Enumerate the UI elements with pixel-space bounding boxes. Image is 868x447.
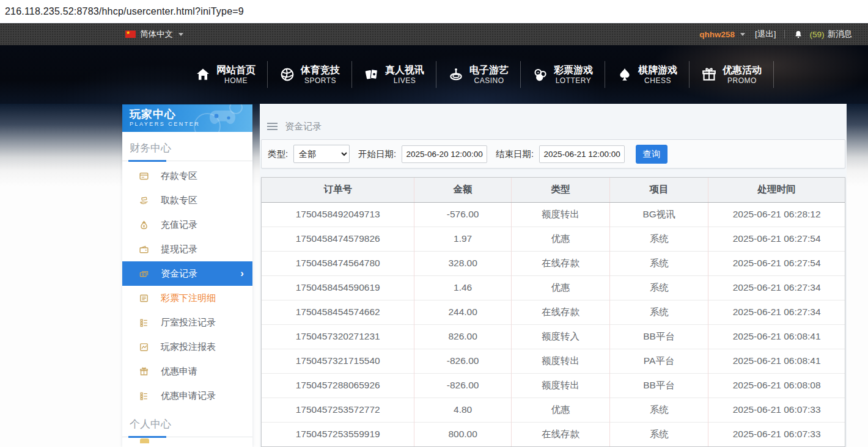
- cell-project: BG视讯: [610, 202, 708, 227]
- main-content: 资金记录 类型: 全部 开始日期: 结束日期: 查询 订单号金额类型项目处理时间…: [260, 99, 847, 447]
- cell-project: 系统: [610, 251, 708, 275]
- cell-type: 额度转出: [511, 349, 609, 373]
- partially-visible-item-icon: [140, 438, 149, 443]
- language-switcher[interactable]: ★ 简体中文: [125, 29, 183, 40]
- nav-item[interactable]: 网站首页 HOME: [183, 64, 267, 85]
- cell-type: 在线存款: [511, 422, 609, 446]
- cell-order-number: 1750458492049713: [262, 202, 414, 227]
- cell-type: 优惠: [511, 227, 609, 251]
- nav-label-en: CHESS: [638, 76, 677, 85]
- browser-url-bar: 216.118.235.52:8783/hhcp/usercenter.html…: [0, 0, 868, 23]
- cell-order-number: 1750457253559919: [262, 422, 414, 446]
- username-label[interactable]: qhhw258: [699, 30, 735, 39]
- cell-amount: 1.97: [414, 227, 511, 251]
- language-label: 简体中文: [140, 29, 173, 40]
- new-message-link[interactable]: 新消息: [828, 29, 853, 40]
- sidebar-item-label: 提现记录: [161, 244, 197, 255]
- sidebar-item[interactable]: 提现记录: [122, 237, 252, 261]
- nav-icon: [617, 67, 633, 82]
- cell-amount: 328.00: [414, 251, 511, 275]
- nav-label-en: PROMO: [723, 76, 762, 85]
- start-date-input[interactable]: [402, 145, 487, 163]
- section-rule: [122, 437, 252, 437]
- nav-label-zh: 棋牌游戏: [638, 64, 677, 76]
- chevron-down-icon[interactable]: [740, 33, 745, 36]
- nav-icon: [701, 67, 717, 82]
- funds-record-table: 订单号金额类型项目处理时间 1750458492049713 -576.00 额…: [261, 177, 845, 447]
- cell-order-number: 1750458474564780: [262, 251, 414, 275]
- sidebar-item-label: 厅室投注记录: [161, 317, 216, 329]
- cell-type: 额度转出: [511, 373, 609, 398]
- sidebar-item-icon: [139, 171, 149, 181]
- hamburger-icon[interactable]: [267, 126, 278, 127]
- nav-item[interactable]: 体育竞技 SPORTS: [268, 64, 351, 85]
- table-row: 1750458454590619 1.46 优惠 系统 2025-06-21 0…: [262, 275, 845, 300]
- sidebar-item-icon: [139, 269, 149, 279]
- cell-amount: -576.00: [414, 202, 511, 227]
- cell-order-number: 1750458474579826: [262, 227, 414, 251]
- cell-project: BB平台: [610, 324, 708, 349]
- type-select[interactable]: 全部: [293, 145, 350, 163]
- filter-panel: 类型: 全部 开始日期: 结束日期: 查询: [261, 139, 845, 169]
- sidebar-item-label: 优惠申请: [161, 366, 197, 377]
- page-url[interactable]: 216.118.235.52:8783/hhcp/usercenter.html…: [5, 6, 244, 17]
- sidebar-item[interactable]: 优惠申请: [122, 359, 252, 383]
- nav-item[interactable]: 真人视讯 LIVES: [352, 64, 436, 85]
- nav-item[interactable]: 优惠活动 PROMO: [690, 64, 773, 85]
- nav-label-en: SPORTS: [301, 76, 340, 85]
- sidebar-item-icon: [139, 220, 149, 230]
- nav-label-en: HOME: [216, 76, 256, 85]
- nav-label-zh: 网站首页: [216, 64, 256, 76]
- table-row: 1750457288065926 -826.00 额度转出 BB平台 2025-…: [262, 373, 845, 398]
- nav-item[interactable]: 棋牌游戏 CHESS: [605, 64, 689, 85]
- nav-icon: [364, 67, 380, 82]
- search-button[interactable]: 查询: [636, 145, 668, 164]
- table-header-row: 订单号金额类型项目处理时间: [262, 178, 845, 202]
- nav-label-zh: 彩票游戏: [554, 64, 593, 76]
- cell-project: BB平台: [610, 373, 708, 398]
- cell-amount: 826.00: [414, 324, 511, 349]
- nav-item[interactable]: 彩票游戏 LOTTERY: [521, 64, 605, 85]
- nav-item[interactable]: 电子游艺 CASINO: [436, 64, 520, 85]
- breadcrumb-label: 资金记录: [285, 121, 322, 133]
- logout-link[interactable]: [退出]: [755, 29, 776, 40]
- table-row: 1750457253572772 4.80 优惠 系统 2025-06-21 0…: [262, 398, 845, 422]
- sidebar-item[interactable]: 玩家投注报表: [122, 335, 252, 359]
- table-header-cell: 订单号: [262, 178, 414, 202]
- nav-separator: [773, 61, 774, 88]
- sidebar-item-icon: [139, 293, 149, 303]
- cell-amount: 800.00: [414, 422, 511, 446]
- sidebar-item-label: 优惠申请记录: [161, 390, 216, 402]
- sidebar-item[interactable]: 取款专区: [122, 188, 252, 213]
- sidebar-item-label: 彩票下注明细: [161, 293, 216, 304]
- cell-processed-time: 2025-06-21 06:08:41: [708, 349, 845, 373]
- cell-type: 优惠: [511, 275, 609, 300]
- divider: [784, 30, 785, 38]
- cell-amount: 1.46: [414, 275, 511, 300]
- section-title-personal: 个人中心: [130, 417, 245, 431]
- sidebar-item[interactable]: 优惠申请记录: [122, 383, 252, 408]
- sidebar-item[interactable]: 资金记录: [122, 261, 252, 286]
- end-date-input[interactable]: [539, 145, 625, 163]
- table-header-cell: 类型: [511, 178, 609, 202]
- cell-type: 额度转入: [511, 324, 609, 349]
- cell-type: 优惠: [511, 398, 609, 422]
- bell-icon[interactable]: [793, 29, 803, 40]
- table-body: 1750458492049713 -576.00 额度转出 BG视讯 2025-…: [262, 202, 845, 446]
- table-row: 1750458492049713 -576.00 额度转出 BG视讯 2025-…: [262, 202, 845, 227]
- sidebar-item-label: 取款专区: [161, 195, 197, 206]
- nav-label-zh: 体育竞技: [301, 64, 340, 76]
- cell-order-number: 1750457321715540: [262, 349, 414, 373]
- sidebar-item[interactable]: 充值记录: [122, 213, 252, 237]
- sidebar-item[interactable]: 存款专区: [122, 164, 252, 188]
- cell-amount: 244.00: [414, 300, 511, 324]
- cell-processed-time: 2025-06-21 06:28:12: [708, 202, 845, 227]
- cell-project: 系统: [610, 422, 708, 446]
- table-row: 1750458474579826 1.97 优惠 系统 2025-06-21 0…: [262, 227, 845, 251]
- cell-processed-time: 2025-06-21 06:08:08: [708, 373, 845, 398]
- cell-project: PA平台: [610, 349, 708, 373]
- table-row: 1750458454574662 244.00 在线存款 系统 2025-06-…: [262, 300, 845, 324]
- sidebar-item[interactable]: 彩票下注明细: [122, 286, 252, 310]
- cell-processed-time: 2025-06-21 06:07:33: [708, 398, 845, 422]
- sidebar-item[interactable]: 厅室投注记录: [122, 310, 252, 335]
